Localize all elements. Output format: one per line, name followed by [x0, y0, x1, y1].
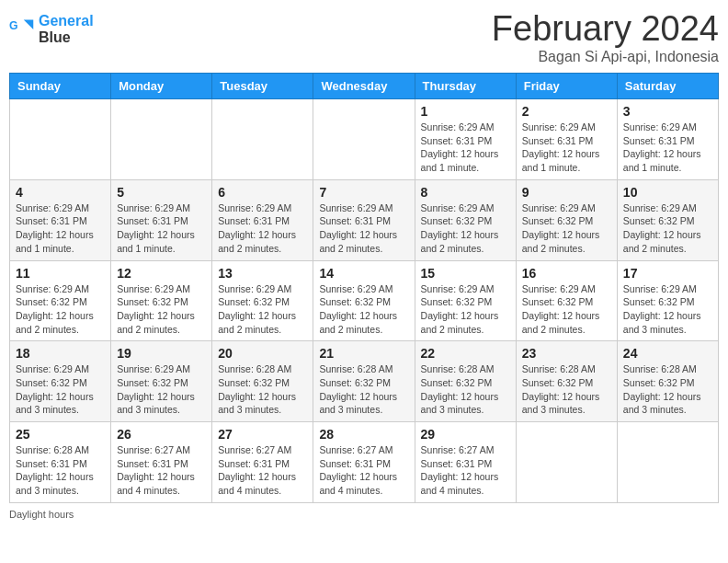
calendar-cell: 18Sunrise: 6:29 AM Sunset: 6:32 PM Dayli…: [10, 341, 111, 422]
calendar-cell: 1Sunrise: 6:29 AM Sunset: 6:31 PM Daylig…: [415, 99, 516, 180]
calendar-cell: 22Sunrise: 6:28 AM Sunset: 6:32 PM Dayli…: [415, 341, 516, 422]
day-info: Sunrise: 6:29 AM Sunset: 6:31 PM Dayligh…: [319, 201, 408, 256]
calendar-cell: 6Sunrise: 6:29 AM Sunset: 6:31 PM Daylig…: [212, 179, 313, 260]
day-number: 5: [117, 185, 206, 200]
day-info: Sunrise: 6:29 AM Sunset: 6:32 PM Dayligh…: [16, 282, 105, 337]
day-number: 11: [16, 266, 105, 281]
day-info: Sunrise: 6:29 AM Sunset: 6:32 PM Dayligh…: [522, 282, 611, 337]
logo-icon: G: [9, 17, 35, 42]
calendar-cell: 13Sunrise: 6:29 AM Sunset: 6:32 PM Dayli…: [212, 260, 313, 341]
day-info: Sunrise: 6:28 AM Sunset: 6:32 PM Dayligh…: [623, 362, 712, 417]
day-info: Sunrise: 6:27 AM Sunset: 6:31 PM Dayligh…: [319, 443, 408, 498]
day-info: Sunrise: 6:29 AM Sunset: 6:32 PM Dayligh…: [522, 201, 611, 256]
week-row-1: 1Sunrise: 6:29 AM Sunset: 6:31 PM Daylig…: [10, 99, 719, 180]
day-number: 18: [16, 346, 105, 361]
day-info: Sunrise: 6:28 AM Sunset: 6:32 PM Dayligh…: [421, 362, 510, 417]
calendar-cell: 10Sunrise: 6:29 AM Sunset: 6:32 PM Dayli…: [617, 179, 718, 260]
calendar-cell: 29Sunrise: 6:27 AM Sunset: 6:31 PM Dayli…: [415, 422, 516, 503]
day-number: 1: [421, 104, 510, 119]
day-info: Sunrise: 6:27 AM Sunset: 6:31 PM Dayligh…: [421, 443, 510, 498]
calendar-cell: [313, 99, 415, 180]
col-header-friday: Friday: [516, 74, 617, 99]
day-number: 22: [421, 346, 510, 361]
day-info: Sunrise: 6:29 AM Sunset: 6:32 PM Dayligh…: [421, 201, 510, 256]
calendar-cell: 25Sunrise: 6:28 AM Sunset: 6:31 PM Dayli…: [10, 422, 111, 503]
calendar-cell: [212, 99, 313, 180]
col-header-tuesday: Tuesday: [212, 74, 313, 99]
day-info: Sunrise: 6:28 AM Sunset: 6:32 PM Dayligh…: [522, 362, 611, 417]
day-info: Sunrise: 6:29 AM Sunset: 6:31 PM Dayligh…: [218, 201, 307, 256]
day-number: 2: [522, 104, 611, 119]
calendar-header: SundayMondayTuesdayWednesdayThursdayFrid…: [10, 74, 719, 99]
day-info: Sunrise: 6:29 AM Sunset: 6:32 PM Dayligh…: [117, 282, 206, 337]
logo-line1: General: [39, 13, 94, 29]
calendar-cell: 4Sunrise: 6:29 AM Sunset: 6:31 PM Daylig…: [10, 179, 111, 260]
day-number: 4: [16, 185, 105, 200]
day-number: 27: [218, 427, 307, 442]
logo: G General Blue: [9, 13, 94, 45]
day-info: Sunrise: 6:29 AM Sunset: 6:31 PM Dayligh…: [16, 201, 105, 256]
day-number: 16: [522, 266, 611, 281]
col-header-sunday: Sunday: [10, 74, 111, 99]
day-number: 12: [117, 266, 206, 281]
page-header: G General Blue February 2024 Bagan Si Ap…: [9, 9, 719, 65]
day-info: Sunrise: 6:29 AM Sunset: 6:31 PM Dayligh…: [117, 201, 206, 256]
calendar-cell: 19Sunrise: 6:29 AM Sunset: 6:32 PM Dayli…: [111, 341, 212, 422]
day-info: Sunrise: 6:29 AM Sunset: 6:32 PM Dayligh…: [218, 282, 307, 337]
calendar-cell: 2Sunrise: 6:29 AM Sunset: 6:31 PM Daylig…: [516, 99, 617, 180]
day-info: Sunrise: 6:29 AM Sunset: 6:32 PM Dayligh…: [319, 282, 408, 337]
calendar-cell: 24Sunrise: 6:28 AM Sunset: 6:32 PM Dayli…: [617, 341, 718, 422]
svg-text:G: G: [9, 19, 18, 32]
calendar-table: SundayMondayTuesdayWednesdayThursdayFrid…: [9, 73, 719, 503]
week-row-4: 18Sunrise: 6:29 AM Sunset: 6:32 PM Dayli…: [10, 341, 719, 422]
col-header-wednesday: Wednesday: [313, 74, 415, 99]
svg-marker-1: [24, 19, 34, 29]
day-number: 8: [421, 185, 510, 200]
day-info: Sunrise: 6:27 AM Sunset: 6:31 PM Dayligh…: [218, 443, 307, 498]
day-number: 23: [522, 346, 611, 361]
calendar-cell: 5Sunrise: 6:29 AM Sunset: 6:31 PM Daylig…: [111, 179, 212, 260]
day-info: Sunrise: 6:29 AM Sunset: 6:32 PM Dayligh…: [623, 282, 712, 337]
day-number: 25: [16, 427, 105, 442]
day-number: 26: [117, 427, 206, 442]
day-number: 9: [522, 185, 611, 200]
calendar-cell: 7Sunrise: 6:29 AM Sunset: 6:31 PM Daylig…: [313, 179, 415, 260]
day-info: Sunrise: 6:29 AM Sunset: 6:32 PM Dayligh…: [16, 362, 105, 417]
week-row-5: 25Sunrise: 6:28 AM Sunset: 6:31 PM Dayli…: [10, 422, 719, 503]
footer-note: Daylight hours: [9, 509, 719, 520]
calendar-cell: 23Sunrise: 6:28 AM Sunset: 6:32 PM Dayli…: [516, 341, 617, 422]
day-number: 24: [623, 346, 712, 361]
day-info: Sunrise: 6:29 AM Sunset: 6:32 PM Dayligh…: [421, 282, 510, 337]
calendar-cell: 21Sunrise: 6:28 AM Sunset: 6:32 PM Dayli…: [313, 341, 415, 422]
col-header-thursday: Thursday: [415, 74, 516, 99]
week-row-3: 11Sunrise: 6:29 AM Sunset: 6:32 PM Dayli…: [10, 260, 719, 341]
calendar-cell: 11Sunrise: 6:29 AM Sunset: 6:32 PM Dayli…: [10, 260, 111, 341]
calendar-cell: 12Sunrise: 6:29 AM Sunset: 6:32 PM Dayli…: [111, 260, 212, 341]
day-info: Sunrise: 6:29 AM Sunset: 6:31 PM Dayligh…: [522, 121, 611, 175]
day-number: 28: [319, 427, 408, 442]
title-area: February 2024 Bagan Si Api-api, Indonesi…: [492, 9, 719, 65]
day-number: 29: [421, 427, 510, 442]
day-info: Sunrise: 6:28 AM Sunset: 6:32 PM Dayligh…: [319, 362, 408, 417]
calendar-cell: 9Sunrise: 6:29 AM Sunset: 6:32 PM Daylig…: [516, 179, 617, 260]
col-header-monday: Monday: [111, 74, 212, 99]
calendar-cell: 14Sunrise: 6:29 AM Sunset: 6:32 PM Dayli…: [313, 260, 415, 341]
logo-line2: Blue: [39, 29, 94, 46]
day-number: 17: [623, 266, 712, 281]
day-info: Sunrise: 6:29 AM Sunset: 6:31 PM Dayligh…: [623, 121, 712, 175]
calendar-cell: 27Sunrise: 6:27 AM Sunset: 6:31 PM Dayli…: [212, 422, 313, 503]
week-row-2: 4Sunrise: 6:29 AM Sunset: 6:31 PM Daylig…: [10, 179, 719, 260]
location-title: Bagan Si Api-api, Indonesia: [492, 49, 719, 65]
day-info: Sunrise: 6:29 AM Sunset: 6:32 PM Dayligh…: [623, 201, 712, 256]
day-number: 13: [218, 266, 307, 281]
calendar-cell: 28Sunrise: 6:27 AM Sunset: 6:31 PM Dayli…: [313, 422, 415, 503]
header-row: SundayMondayTuesdayWednesdayThursdayFrid…: [10, 74, 719, 99]
calendar-cell: 8Sunrise: 6:29 AM Sunset: 6:32 PM Daylig…: [415, 179, 516, 260]
calendar-cell: 16Sunrise: 6:29 AM Sunset: 6:32 PM Dayli…: [516, 260, 617, 341]
col-header-saturday: Saturday: [617, 74, 718, 99]
month-title: February 2024: [492, 9, 719, 49]
calendar-cell: [111, 99, 212, 180]
day-info: Sunrise: 6:28 AM Sunset: 6:31 PM Dayligh…: [16, 443, 105, 498]
day-number: 6: [218, 185, 307, 200]
calendar-cell: 17Sunrise: 6:29 AM Sunset: 6:32 PM Dayli…: [617, 260, 718, 341]
